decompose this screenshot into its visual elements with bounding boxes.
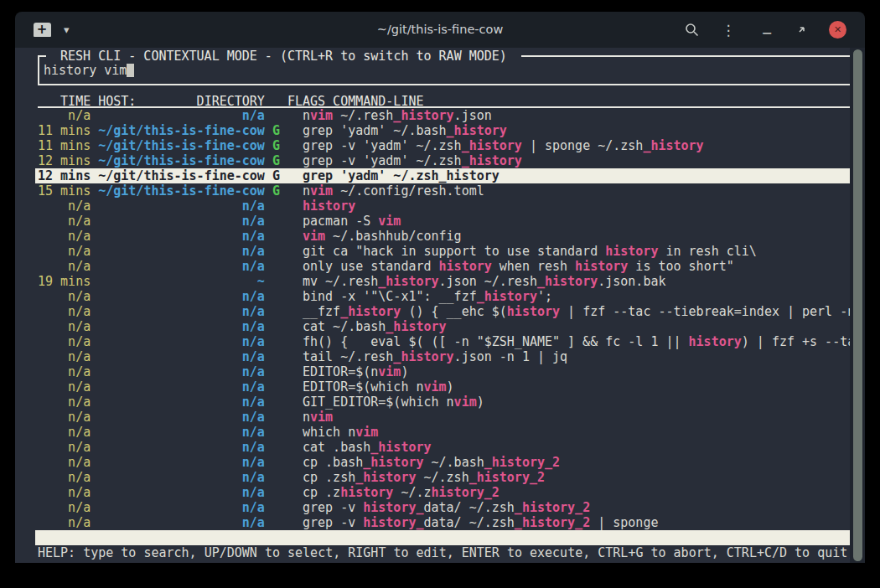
row-directory: n/a bbox=[98, 229, 265, 244]
search-icon[interactable] bbox=[685, 23, 699, 37]
new-tab-button[interactable]: + bbox=[32, 21, 52, 39]
row-time: 11 mins bbox=[38, 138, 91, 153]
text-cursor bbox=[127, 64, 134, 77]
table-row[interactable]: n/an/agrep -v history_data/ ~/.zsh_histo… bbox=[35, 500, 862, 515]
table-row[interactable]: n/an/anvim ~/.resh_history.json bbox=[35, 108, 862, 123]
row-directory: n/a bbox=[98, 108, 265, 123]
table-row[interactable]: 11 mins~/git/this-is-fine-cowGgrep 'yadm… bbox=[35, 123, 862, 138]
table-row[interactable]: n/an/a__fzf_history () { __ehc $(history… bbox=[35, 304, 862, 319]
row-directory: ~/git/this-is-fine-cow bbox=[98, 123, 265, 138]
table-row[interactable]: n/an/apacman -S vim bbox=[35, 214, 862, 229]
table-row[interactable]: 12 mins~/git/this-is-fine-cowGgrep -v 'y… bbox=[35, 153, 862, 168]
table-row[interactable]: n/an/aGIT_EDITOR=$(which nvim) bbox=[35, 395, 862, 410]
close-icon[interactable]: ✕ bbox=[829, 21, 846, 39]
row-command: grep -v 'yadm' ~/.zsh_history bbox=[287, 153, 862, 168]
row-directory: n/a bbox=[98, 379, 265, 395]
row-command: git ca "hack in support to use standard … bbox=[287, 244, 862, 259]
row-time: n/a bbox=[38, 244, 91, 259]
row-time: n/a bbox=[38, 395, 91, 410]
row-directory: n/a bbox=[98, 455, 265, 470]
row-command: pacman -S vim bbox=[287, 214, 862, 229]
table-row[interactable]: n/an/ahistory bbox=[35, 199, 862, 214]
table-header: TIME HOST: DIRECTORY FLAGS COMMAND-LINE bbox=[38, 94, 860, 108]
row-command: cat .bash_history bbox=[287, 440, 862, 455]
table-row[interactable]: n/an/aEDITOR=$(which nvim) bbox=[35, 379, 862, 395]
row-flags bbox=[272, 349, 280, 364]
table-row[interactable]: 12 mins~/git/this-is-fine-cowGgrep 'yadm… bbox=[35, 168, 862, 183]
table-row[interactable]: 11 mins~/git/this-is-fine-cowGgrep -v 'y… bbox=[35, 138, 862, 153]
row-flags bbox=[272, 440, 280, 455]
restore-icon[interactable] bbox=[796, 24, 807, 35]
row-directory: n/a bbox=[98, 214, 265, 229]
scrollbar[interactable] bbox=[853, 49, 862, 561]
row-flags bbox=[272, 229, 280, 244]
row-flags bbox=[272, 485, 280, 500]
table-row[interactable]: n/an/afh() { eval $( ([ -n "$ZSH_NAME" ]… bbox=[35, 334, 862, 349]
header-flags-command: FLAGS COMMAND-LINE bbox=[287, 94, 860, 109]
row-time: n/a bbox=[38, 470, 91, 485]
row-directory: n/a bbox=[98, 199, 265, 214]
row-flags bbox=[272, 289, 280, 304]
row-flags bbox=[272, 319, 280, 334]
row-time: n/a bbox=[38, 304, 91, 319]
table-row[interactable]: n/an/agit ca "hack in support to use sta… bbox=[35, 244, 862, 259]
row-flags bbox=[272, 379, 280, 395]
row-directory: n/a bbox=[98, 364, 265, 379]
row-flags bbox=[272, 274, 280, 289]
row-command: bind -x '"\C-x1": __fzf_history'; bbox=[287, 289, 862, 304]
table-row[interactable]: n/an/abind -x '"\C-x1": __fzf_history'; bbox=[35, 289, 862, 304]
row-flags bbox=[272, 364, 280, 379]
terminal-screen: RESH CLI - CONTEXTUAL MODE - (CTRL+R to … bbox=[15, 48, 865, 563]
menu-kebab-icon[interactable]: ⋮ bbox=[722, 22, 734, 39]
row-directory: n/a bbox=[98, 395, 265, 410]
row-directory: n/a bbox=[98, 425, 265, 440]
row-time: 12 mins bbox=[38, 153, 91, 168]
row-time: 15 mins bbox=[38, 183, 91, 199]
minimize-icon[interactable]: − bbox=[761, 23, 773, 38]
table-row[interactable]: n/an/atail ~/.resh_history.json -n 1 | j… bbox=[35, 349, 862, 364]
row-command: grep -v history_data/ ~/.zsh_history_2 |… bbox=[287, 515, 862, 530]
table-row[interactable]: n/an/avim ~/.bashhub/config bbox=[35, 229, 862, 244]
table-row[interactable]: n/an/aEDITOR=$(nvim) bbox=[35, 364, 862, 379]
row-command: mv ~/.resh_history.json ~/.resh_history.… bbox=[287, 274, 862, 289]
row-flags bbox=[272, 410, 280, 425]
table-row[interactable]: 15 mins~/git/this-is-fine-cowGnvim ~/.co… bbox=[35, 183, 862, 199]
table-row[interactable]: 19 mins~mv ~/.resh_history.json ~/.resh_… bbox=[35, 274, 862, 289]
title-bar[interactable]: + ▾ ~/git/this-is-fine-cow ⋮ − ✕ bbox=[15, 12, 865, 48]
row-time: n/a bbox=[38, 379, 91, 395]
row-time: n/a bbox=[38, 199, 91, 214]
row-flags bbox=[272, 259, 280, 274]
row-directory: n/a bbox=[98, 410, 265, 425]
table-row[interactable]: n/an/acat .bash_history bbox=[35, 440, 862, 455]
row-flags bbox=[272, 455, 280, 470]
row-directory: n/a bbox=[98, 289, 265, 304]
row-time: n/a bbox=[38, 349, 91, 364]
table-row[interactable]: n/an/aonly use standard history when res… bbox=[35, 259, 862, 274]
table-row[interactable]: n/an/acp .zsh_history ~/.zsh_history_2 bbox=[35, 470, 862, 485]
row-time: n/a bbox=[38, 214, 91, 229]
table-row[interactable]: n/an/acp .zhistory ~/.zhistory_2 bbox=[35, 485, 862, 500]
row-directory: n/a bbox=[98, 515, 265, 530]
row-flags: G bbox=[272, 153, 280, 168]
row-command: cp .zsh_history ~/.zsh_history_2 bbox=[287, 470, 862, 485]
table-row[interactable]: n/an/acat ~/.bash_history bbox=[35, 319, 862, 334]
row-time: n/a bbox=[38, 259, 91, 274]
row-directory: n/a bbox=[98, 319, 265, 334]
row-flags bbox=[272, 425, 280, 440]
row-time: n/a bbox=[38, 515, 91, 530]
row-flags: G bbox=[272, 123, 280, 138]
chevron-down-icon[interactable]: ▾ bbox=[64, 23, 70, 36]
row-time: n/a bbox=[38, 455, 91, 470]
row-directory: n/a bbox=[98, 485, 265, 500]
table-row[interactable]: n/an/acp .bash_history ~/.bash_history_2 bbox=[35, 455, 862, 470]
row-command: grep 'yadm' ~/.bash_history bbox=[287, 123, 862, 138]
help-line: HELP: type to search, UP/DOWN to select,… bbox=[38, 545, 862, 560]
row-flags: G bbox=[272, 183, 280, 199]
table-row[interactable]: n/an/awhich nvim bbox=[35, 425, 862, 440]
table-row[interactable]: n/an/anvim bbox=[35, 410, 862, 425]
table-row[interactable]: n/an/agrep -v history_data/ ~/.zsh_histo… bbox=[35, 515, 862, 530]
header-host: HOST: bbox=[98, 94, 136, 109]
row-command: GIT_EDITOR=$(which nvim) bbox=[287, 395, 862, 410]
header-time: TIME bbox=[38, 94, 91, 109]
row-directory: ~/git/this-is-fine-cow bbox=[98, 153, 265, 168]
